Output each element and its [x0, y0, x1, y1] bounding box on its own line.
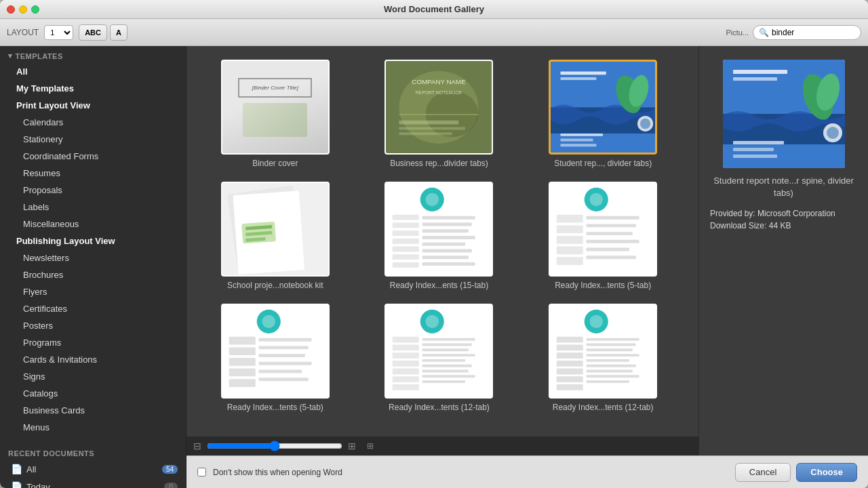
svg-rect-33	[422, 236, 475, 239]
sidebar-item-proposals[interactable]: Proposals	[3, 182, 183, 198]
cancel-button[interactable]: Cancel	[735, 463, 791, 482]
sidebar-item-certificates[interactable]: Certificates	[3, 301, 183, 317]
sidebar-item-programs[interactable]: Programs	[3, 335, 183, 350]
svg-rect-68	[229, 337, 256, 345]
sidebar-item-calendars[interactable]: Calendars	[3, 115, 183, 130]
svg-rect-78	[422, 348, 469, 351]
svg-rect-36	[422, 256, 469, 259]
sidebar-item-labels[interactable]: Labels	[3, 199, 183, 215]
gallery-label-school-proj: School proje...notebook kit	[227, 281, 323, 290]
sidebar-item-catalogs[interactable]: Catalogs	[3, 386, 183, 401]
sidebar-item-signs[interactable]: Signs	[3, 369, 183, 384]
dont-show-label: Don't show this when opening Word	[213, 468, 728, 477]
zoom-in-icon: ⊞	[348, 441, 356, 451]
recent-docs-header: Recent Documents	[0, 444, 186, 460]
choose-button[interactable]: Choose	[796, 463, 857, 482]
gallery-item-ready-15[interactable]: Ready Index...ents (15-tab)	[364, 182, 515, 290]
sidebar-item-publishing-layout[interactable]: Publishing Layout View	[3, 233, 183, 249]
svg-rect-41	[393, 239, 419, 244]
search-input[interactable]	[772, 28, 868, 37]
sidebar-item-business-cards[interactable]: Business Cards	[3, 403, 183, 418]
svg-point-75	[426, 314, 439, 328]
font-btn-a[interactable]: A	[110, 24, 127, 41]
svg-rect-50	[587, 232, 633, 235]
svg-rect-51	[587, 240, 639, 243]
svg-rect-58	[557, 257, 583, 265]
svg-rect-120	[733, 148, 774, 151]
student-rep-svg	[551, 62, 655, 153]
svg-rect-37	[422, 262, 475, 266]
svg-rect-98	[587, 354, 639, 357]
bottom-buttons: Cancel Choose	[735, 463, 857, 482]
svg-rect-70	[229, 358, 256, 366]
gallery-label-ready-12tab-2: Ready Index...tents (12-tab)	[553, 403, 654, 412]
templates-header: ▾ TEMPLATES	[0, 46, 186, 63]
sidebar-item-flyers[interactable]: Flyers	[3, 284, 183, 300]
sidebar-item-all[interactable]: All	[3, 64, 183, 79]
sidebar-item-stationery[interactable]: Stationery	[3, 131, 183, 147]
gallery-item-ready-12tab-2[interactable]: Ready Index...tents (12-tab)	[528, 304, 678, 412]
ready-5tab-1-svg	[550, 183, 656, 276]
sidebar-item-cards-invitations[interactable]: Cards & Invitations	[3, 352, 183, 367]
font-btn-abc[interactable]: ABC	[79, 24, 107, 41]
gallery-item-ready-5tab-2[interactable]: Ready Index...tents (5-tab)	[200, 304, 351, 412]
svg-rect-97	[587, 348, 633, 351]
sidebar-item-menus[interactable]: Menus	[3, 420, 183, 435]
svg-rect-69	[229, 347, 256, 355]
main-body: ▾ TEMPLATES All My Templates Print Layou…	[0, 46, 868, 488]
svg-rect-63	[258, 346, 308, 349]
svg-rect-119	[733, 141, 784, 144]
gallery-item-school-proj[interactable]: School proje...notebook kit	[200, 182, 351, 290]
svg-rect-121	[733, 155, 777, 158]
svg-rect-87	[393, 352, 419, 359]
svg-rect-40	[393, 230, 419, 236]
svg-rect-34	[422, 243, 465, 246]
svg-rect-38	[393, 215, 419, 220]
sidebar-item-my-templates[interactable]: My Templates	[3, 81, 183, 96]
sidebar-item-print-layout[interactable]: Print Layout View	[3, 98, 183, 113]
gallery-thumb-business-rep: COMPANY NAME REPORT NOTEBOOK	[384, 60, 493, 155]
svg-point-61	[262, 314, 275, 328]
maximize-button[interactable]	[31, 5, 39, 14]
school-proj-svg	[222, 183, 328, 276]
layout-select[interactable]: 1 14	[44, 25, 73, 40]
gallery-item-student-rep[interactable]: Student rep..., divider tabs)	[528, 60, 678, 168]
window-title: Word Document Gallery	[384, 4, 484, 14]
sidebar-item-brochures[interactable]: Brochures	[3, 267, 183, 283]
close-button[interactable]	[7, 5, 15, 14]
gallery-item-ready-5tab-1[interactable]: Ready Index...tents (5-tab)	[528, 182, 678, 290]
minimize-button[interactable]	[19, 5, 27, 14]
sidebar-item-newsletters[interactable]: Newsletters	[3, 250, 183, 266]
sidebar-item-coordinated-forms[interactable]: Coordinated Forms	[3, 148, 183, 164]
detail-provided: Provided by: Microsoft Corporation	[710, 209, 857, 218]
svg-rect-32	[422, 229, 469, 232]
recent-all[interactable]: 📄 All 54	[3, 461, 183, 477]
svg-rect-85	[393, 337, 419, 343]
svg-rect-56	[557, 236, 583, 244]
sidebar-item-resumes[interactable]: Resumes	[3, 165, 183, 181]
svg-rect-18	[561, 138, 593, 141]
gallery-grid: [Binder Cover Title] Binder cover	[200, 60, 678, 412]
gallery-item-business-rep[interactable]: COMPANY NAME REPORT NOTEBOOK Business re…	[364, 60, 515, 168]
svg-rect-52	[587, 247, 629, 251]
svg-rect-82	[422, 369, 469, 372]
gallery-item-ready-12tab-1[interactable]: Ready Index...tents (12-tab)	[364, 304, 515, 412]
svg-rect-106	[557, 352, 583, 359]
svg-rect-19	[561, 144, 597, 146]
svg-rect-49	[587, 224, 636, 227]
svg-rect-3	[399, 114, 479, 115]
sidebar-item-posters[interactable]: Posters	[3, 318, 183, 333]
gallery-thumb-ready-5tab-2	[221, 304, 330, 399]
zoom-slider[interactable]	[207, 441, 342, 451]
gallery-scroll[interactable]: [Binder Cover Title] Binder cover	[186, 46, 698, 436]
gallery-thumb-ready-12tab-1	[384, 304, 493, 399]
sidebar-item-miscellaneous[interactable]: Miscellaneous	[3, 216, 183, 232]
gallery-thumb-school-proj	[221, 182, 330, 277]
svg-rect-4	[399, 121, 459, 125]
recent-today[interactable]: 📄 Today 0	[3, 479, 183, 488]
svg-rect-72	[229, 379, 256, 387]
bottom-bar: Don't show this when opening Word Cancel…	[186, 455, 868, 488]
gallery-item-binder-cover[interactable]: [Binder Cover Title] Binder cover	[200, 60, 351, 168]
dont-show-checkbox[interactable]	[197, 468, 206, 476]
svg-rect-110	[557, 384, 583, 390]
